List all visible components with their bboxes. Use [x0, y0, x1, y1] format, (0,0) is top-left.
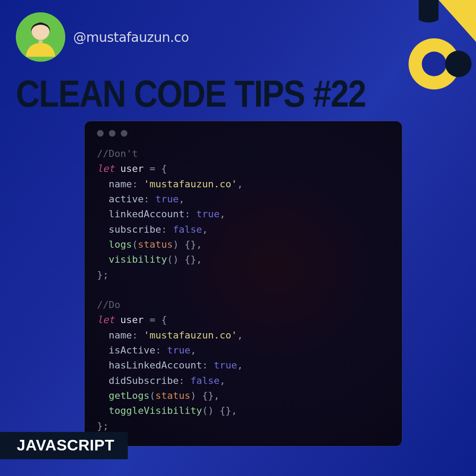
avatar: [16, 12, 65, 62]
code-property: linkedAccount: [109, 208, 185, 219]
code-boolean: true: [155, 193, 178, 205]
code-comment-do: //Do: [97, 299, 120, 310]
traffic-dot: [109, 130, 115, 137]
username-handle: @mustafauzun.co: [73, 30, 189, 45]
code-method: logs: [109, 239, 132, 250]
code-brace: {: [161, 314, 167, 325]
code-property: hasLinkedAccount: [109, 360, 202, 371]
code-string: 'mustafauzun.co': [144, 330, 237, 341]
code-property: isActive: [109, 345, 156, 356]
code-param: status: [155, 390, 190, 401]
avatar-illustration: [16, 12, 65, 62]
code-method: getLogs: [109, 390, 150, 401]
code-comment-dont: //Don't: [97, 148, 138, 159]
code-window: //Don't let user = { name: 'mustafauzun.…: [85, 121, 402, 446]
code-operator: =: [144, 314, 161, 325]
code-keyword: let: [97, 163, 115, 174]
code-method: toggleVisibility: [109, 405, 202, 416]
code-brace: {: [161, 163, 167, 174]
code-identifier: user: [120, 163, 144, 174]
svg-point-3: [422, 52, 446, 76]
code-operator: =: [144, 163, 161, 174]
profile-header: @mustafauzun.co: [16, 12, 189, 62]
svg-point-4: [445, 51, 472, 77]
code-property: subscribe: [109, 224, 161, 235]
traffic-dot: [97, 130, 104, 137]
code-identifier: user: [120, 314, 144, 325]
corner-decoration: [370, 0, 476, 106]
code-brace: };: [97, 420, 109, 431]
language-tag: JAVASCRIPT: [0, 432, 128, 459]
code-param: status: [138, 239, 173, 250]
code-block: //Don't let user = { name: 'mustafauzun.…: [97, 146, 390, 434]
code-boolean: true: [196, 208, 219, 219]
code-boolean: true: [214, 360, 237, 371]
code-property: active: [109, 193, 144, 205]
code-method: visibility: [109, 254, 167, 265]
page-title: CLEAN CODE TIPS #22: [16, 72, 366, 115]
traffic-dot: [121, 130, 127, 137]
code-string: 'mustafauzun.co': [144, 178, 237, 190]
code-property: name: [109, 330, 132, 341]
code-brace: };: [97, 269, 109, 280]
code-boolean: false: [190, 375, 219, 386]
code-property: name: [109, 178, 132, 190]
code-keyword: let: [97, 314, 115, 325]
code-boolean: false: [173, 224, 202, 235]
code-boolean: true: [167, 345, 190, 356]
code-property: didSubscribe: [109, 375, 179, 386]
window-traffic-lights: [97, 130, 390, 137]
